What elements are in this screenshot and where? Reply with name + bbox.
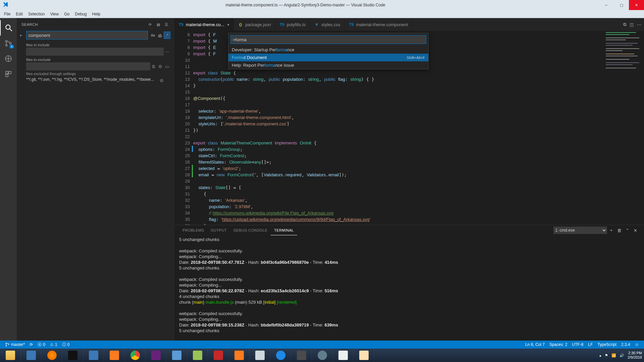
more-icon[interactable]: ⋯ <box>637 22 641 27</box>
panel-tab-output[interactable]: OUTPUT <box>207 225 230 235</box>
menu-go[interactable]: Go <box>61 11 72 17</box>
indent[interactable]: Spaces: 2 <box>547 342 570 347</box>
taskbar-clock[interactable]: 2:30 PM 2/9/2018 <box>628 351 642 360</box>
gear-icon[interactable]: ⚙ <box>158 77 165 84</box>
exclude-input[interactable] <box>26 62 150 70</box>
tab-label: polyfills.ts <box>287 22 306 27</box>
taskbar-cmd-icon[interactable] <box>62 349 83 362</box>
terminal-output[interactable]: 5 unchanged chunks webpack: Compiled suc… <box>174 235 644 341</box>
editor-tabs: TSmaterial-theme.co...●{}package.jsonTSp… <box>174 18 644 31</box>
compare-icon[interactable]: ⧉ <box>623 22 626 27</box>
taskbar-ie-icon[interactable] <box>270 349 291 362</box>
scm-badge: 5 <box>9 45 14 49</box>
taskbar-app-icon[interactable] <box>21 349 42 362</box>
regex-button[interactable]: .* <box>164 32 170 39</box>
editor-tab[interactable]: {}package.json <box>234 18 275 31</box>
whole-word-button[interactable]: ab <box>157 32 163 39</box>
toggle-details-icon[interactable]: ▸ <box>20 33 26 38</box>
taskbar-chrome-icon[interactable] <box>125 349 146 362</box>
command-palette-input[interactable] <box>230 35 426 44</box>
taskbar-paint-icon[interactable] <box>354 349 374 362</box>
activity-scm-icon[interactable]: 5 <box>0 36 17 51</box>
feedback-icon[interactable]: ☺ <box>633 342 641 347</box>
activity-search-icon[interactable] <box>0 20 17 36</box>
tray-network-icon[interactable]: 📶 <box>611 353 616 358</box>
git-branch[interactable]: master* <box>3 342 27 347</box>
svg-line-1 <box>10 29 12 31</box>
panel-tab-debug-console[interactable]: DEBUG CONSOLE <box>230 225 271 235</box>
taskbar-xampp-icon[interactable] <box>104 349 125 362</box>
window-close-button[interactable]: ✕ <box>629 0 644 10</box>
taskbar-explorer-icon[interactable] <box>0 349 21 362</box>
editor-tab[interactable]: TSmaterial-theme.co...● <box>174 18 234 31</box>
taskbar-app-icon[interactable] <box>83 349 104 362</box>
menubar: FileEditSelectionViewGoDebugHelp <box>0 10 644 18</box>
taskbar-app-icon[interactable] <box>250 349 270 362</box>
status-errors[interactable]: ⓧ 0 <box>35 342 48 348</box>
window-maximize-button[interactable]: ▢ <box>614 0 629 10</box>
window-minimize-button[interactable]: ─ <box>599 0 614 10</box>
taskbar-shield-icon[interactable] <box>208 349 229 362</box>
more-icon[interactable]: ⋯ <box>164 48 170 55</box>
activity-bar: 5 <box>0 18 17 341</box>
gear-icon[interactable]: ⚙ <box>157 63 164 70</box>
close-icon[interactable]: ● <box>227 22 229 27</box>
ts-file-icon: TS <box>348 22 354 27</box>
tray-expand-icon[interactable]: ▴ <box>599 353 601 358</box>
cursor-position[interactable]: Ln 8, Col 7 <box>523 342 547 347</box>
eol[interactable]: LF <box>586 342 595 347</box>
list-icon[interactable]: ☰ <box>163 21 170 28</box>
taskbar-notepad-icon[interactable] <box>333 349 354 362</box>
include-input[interactable] <box>26 48 164 56</box>
taskbar-app-icon[interactable] <box>166 349 187 362</box>
terminal-select[interactable]: 1: cmd.exe <box>553 227 607 234</box>
split-editor-icon[interactable]: ◫ <box>630 22 634 27</box>
taskbar-xampp-icon[interactable] <box>229 349 250 362</box>
new-terminal-icon[interactable]: ＋ <box>607 227 615 233</box>
line-gutter: 6789101112131415161718192021222324252627… <box>174 31 193 225</box>
book-icon[interactable]: ▭ <box>164 63 170 70</box>
language-mode[interactable]: TypeScript <box>595 342 619 347</box>
svg-rect-17 <box>606 48 639 49</box>
ts-version[interactable]: 2.3.4 <box>619 342 633 347</box>
search-input[interactable] <box>26 31 148 40</box>
menu-edit[interactable]: Edit <box>13 11 25 17</box>
menu-help[interactable]: Help <box>90 11 103 17</box>
menu-view[interactable]: View <box>47 11 61 17</box>
encoding[interactable]: UTF-8 <box>570 342 586 347</box>
file-icon[interactable]: 🗎 <box>150 63 157 70</box>
menu-file[interactable]: File <box>1 11 13 17</box>
editor-body[interactable]: 6789101112131415161718192021222324252627… <box>174 31 644 225</box>
taskbar-firefox-icon[interactable] <box>42 349 62 362</box>
palette-item[interactable]: Format DocumentShift+Alt+F <box>228 54 428 61</box>
panel-close-icon[interactable]: ✕ <box>631 228 639 233</box>
editor-tab[interactable]: TSpolyfills.ts <box>275 18 310 31</box>
minimap[interactable] <box>604 31 644 225</box>
status-warnings[interactable]: ⚠ 1 <box>48 342 60 347</box>
kill-terminal-icon[interactable]: 🗑 <box>615 228 623 233</box>
tray-flag-icon[interactable]: ⚑ <box>605 353 608 358</box>
taskbar-sublime-icon[interactable] <box>291 349 312 362</box>
tray-volume-icon[interactable]: 🔊 <box>620 353 624 358</box>
excluded-msg: files excluded through settings <box>17 70 174 76</box>
palette-item[interactable]: Developer: Startup Performance <box>228 46 428 54</box>
editor-tab[interactable]: TSmaterial-theme.component <box>344 18 412 31</box>
panel-tab-terminal[interactable]: TERMINAL <box>271 225 297 235</box>
refresh-icon[interactable]: ⟳ <box>147 21 154 28</box>
panel-maximize-icon[interactable]: ⌃ <box>623 228 631 233</box>
taskbar-app-icon[interactable] <box>187 349 208 362</box>
panel-tab-problems[interactable]: PROBLEMS <box>179 225 207 235</box>
git-sync[interactable]: ⟳ <box>27 342 35 347</box>
menu-selection[interactable]: Selection <box>25 11 47 17</box>
svg-rect-9 <box>9 71 11 74</box>
palette-item[interactable]: Help: Report Performance Issue <box>228 61 428 69</box>
activity-debug-icon[interactable] <box>0 51 17 66</box>
activity-extensions-icon[interactable] <box>0 66 17 82</box>
status-info[interactable]: ⓘ 0 <box>60 342 72 348</box>
match-case-button[interactable]: Aa <box>150 32 156 39</box>
taskbar-app-icon[interactable] <box>312 349 333 362</box>
menu-debug[interactable]: Debug <box>72 11 89 17</box>
collapse-icon[interactable]: ▤ <box>155 21 162 28</box>
editor-tab[interactable]: #styles.css <box>310 18 344 31</box>
taskbar-vs-icon[interactable] <box>146 349 166 362</box>
